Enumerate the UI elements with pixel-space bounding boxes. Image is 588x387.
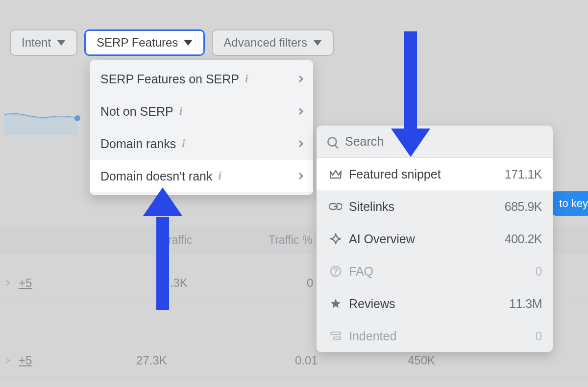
filter-row: Intent SERP Features Advanced filters [10,29,334,56]
advanced-filters[interactable]: Advanced filters [212,29,334,56]
svg-rect-4 [334,337,341,339]
search-placeholder: Search [345,134,384,149]
svg-rect-3 [331,332,341,335]
sparkle-icon [327,233,344,245]
info-icon: i [245,73,248,85]
feature-featured-snippet[interactable]: Featured snippet 171.1K [317,158,553,190]
indent-icon [327,331,344,341]
serp-features-label: SERP Features [97,36,178,50]
pos-delta[interactable]: +5 [19,276,32,290]
search-row[interactable]: Search [317,126,553,158]
sparkline-chart [4,96,85,135]
chevron-right-icon [296,76,303,82]
col-traffic-pct: Traffic % [269,233,312,247]
traffic-pct-value: 0 [307,276,313,290]
col-traffic: Traffic [162,233,193,247]
chevron-right-icon [296,140,303,147]
serp-features-dropdown: SERP Features on SERP i Not on SERP i Do… [90,60,313,195]
link-icon [327,202,344,211]
info-icon: i [182,137,185,150]
serp-features-filter[interactable]: SERP Features [84,29,205,56]
serp-features-submenu: Search Featured snippet 171.1K Sitelinks… [317,126,553,352]
crown-icon [327,169,344,179]
feature-faq[interactable]: FAQ 0 [317,255,553,287]
menu-item-domain-ranks[interactable]: Domain ranks i [90,128,313,160]
other-value: 450K [408,354,435,367]
chevron-down-icon [57,40,66,46]
question-icon [327,265,344,277]
feature-indented[interactable]: Indented 0 [317,320,553,352]
traffic-pct-value: 0.01 [295,354,318,367]
svg-point-2 [335,273,337,275]
menu-item-on-serp[interactable]: SERP Features on SERP i [90,63,313,95]
chevron-right-icon [296,108,303,115]
feature-reviews[interactable]: Reviews 11.3M [317,287,553,320]
star-icon [327,298,344,310]
advanced-filters-label: Advanced filters [223,36,307,50]
info-icon: i [179,105,182,118]
info-icon: i [219,170,221,182]
chevron-down-icon [313,40,322,46]
pos-delta[interactable]: +5 [19,354,32,367]
chevron-down-icon [184,40,193,46]
to-keywords-button[interactable]: to key [552,191,588,216]
search-icon [327,137,337,147]
menu-item-domain-doesnt-rank[interactable]: Domain doesn't rank i [90,160,313,192]
traffic-value: 27.3K [157,276,188,290]
feature-ai-overview[interactable]: AI Overview 400.2K [317,223,553,255]
chevron-right-icon [4,279,12,287]
intent-filter[interactable]: Intent [10,29,77,56]
feature-sitelinks[interactable]: Sitelinks 685.9K [317,190,553,223]
menu-item-not-on-serp[interactable]: Not on SERP i [90,95,313,128]
svg-point-0 [74,115,80,121]
traffic-value: 27.3K [136,354,167,367]
chevron-right-icon [296,173,303,180]
chevron-right-icon [4,357,12,364]
intent-label: Intent [22,36,51,50]
